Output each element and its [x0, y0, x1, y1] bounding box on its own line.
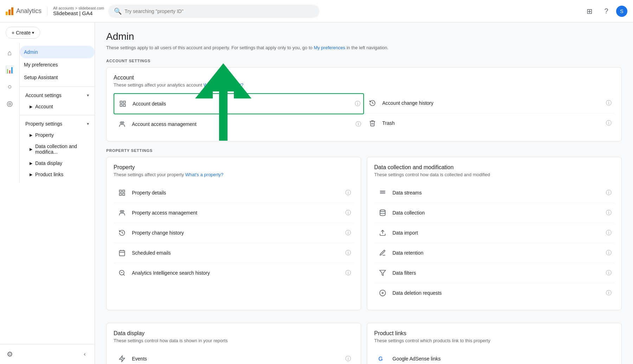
account-card-left: Account details ⓘ Account access managem… [114, 93, 364, 134]
trash-item[interactable]: Trash ⓘ [364, 113, 614, 133]
account-info: All accounts > slidebeast.com Slidebeast… [53, 6, 104, 16]
ai-search-history-label: Analytics Intelligence search history [132, 270, 341, 276]
sidebar-account-settings-section[interactable]: Account settings ▾ [20, 90, 95, 101]
events-help-icon[interactable]: ⓘ [345, 355, 351, 363]
data-collection-item[interactable]: Data collection ⓘ [374, 203, 614, 223]
apps-icon-btn[interactable]: ⊞ [582, 4, 596, 18]
sidebar-item-product-links[interactable]: ▶ Product links [20, 169, 92, 180]
data-collection-chevron: ▶ [30, 147, 32, 152]
account-settings-label: Account settings [25, 92, 62, 98]
ai-search-history-item[interactable]: Analytics Intelligence search history ⓘ [114, 263, 354, 283]
data-streams-icon [377, 187, 388, 198]
sidebar-item-property[interactable]: ▶ Property [20, 129, 92, 141]
what-is-property-link[interactable]: What's a property? [185, 172, 224, 177]
sidebar-item-setup-assistant[interactable]: Setup Assistant [20, 71, 95, 84]
data-streams-item[interactable]: Data streams ⓘ [374, 183, 614, 203]
property-change-history-icon [116, 227, 128, 238]
data-deletion-icon [377, 287, 388, 299]
data-import-help-icon[interactable]: ⓘ [606, 229, 612, 237]
property-chevron: ▶ [30, 133, 32, 138]
adsense-links-item[interactable]: G Google AdSense links [374, 349, 614, 364]
svg-rect-7 [123, 190, 125, 192]
data-display-sub-label: Data display [35, 160, 62, 166]
account-access-help-icon[interactable]: ⓘ [356, 121, 361, 128]
trash-help-icon[interactable]: ⓘ [606, 120, 612, 127]
account-details-help-icon[interactable]: ⓘ [355, 100, 360, 108]
property-sub-label: Property [35, 132, 54, 138]
avatar[interactable]: S [616, 6, 627, 17]
account-access-label: Account access management [132, 121, 351, 127]
data-deletion-help-icon[interactable]: ⓘ [606, 289, 612, 297]
data-filters-icon [377, 267, 388, 279]
nav-home-icon-btn[interactable]: ⌂ [3, 46, 17, 60]
account-change-history-help-icon[interactable]: ⓘ [606, 100, 612, 107]
account-settings-chevron: ▾ [87, 93, 89, 98]
property-change-history-label: Property change history [132, 230, 341, 236]
account-card-grid: Account details ⓘ Account access managem… [114, 93, 614, 134]
account-change-history-item[interactable]: Account change history ⓘ [364, 93, 614, 113]
svg-rect-0 [120, 101, 122, 103]
account-details-item[interactable]: Account details ⓘ [114, 93, 364, 114]
events-item[interactable]: Events ⓘ [114, 349, 354, 364]
nav-advertising-icon-btn[interactable]: ◎ [3, 96, 17, 110]
search-bar[interactable]: 🔍 [108, 5, 319, 18]
data-retention-item[interactable]: Data retention ⓘ [374, 243, 614, 263]
data-collection-help-icon[interactable]: ⓘ [606, 209, 612, 217]
scheduled-emails-item[interactable]: Scheduled emails ⓘ [114, 243, 354, 263]
what-is-account-link[interactable]: What's an account? [204, 82, 244, 88]
account-access-item[interactable]: Account access management ⓘ [114, 114, 364, 134]
property-details-item[interactable]: Property details ⓘ [114, 183, 354, 203]
nav-reports-icon-btn[interactable]: 📊 [3, 63, 17, 77]
nav-explore-icon-btn[interactable]: ○ [3, 79, 17, 94]
account-breadcrumb: All accounts > slidebeast.com [53, 6, 104, 10]
property-change-history-help-icon[interactable]: ⓘ [345, 229, 351, 237]
property-settings-chevron: ▾ [87, 121, 89, 126]
svg-point-11 [122, 210, 124, 212]
help-icon-btn[interactable]: ? [599, 4, 613, 18]
data-filters-item[interactable]: Data filters ⓘ [374, 263, 614, 283]
left-nav-icons: ⌂ 📊 ○ ◎ [0, 43, 20, 183]
create-button[interactable]: + Create ▾ [6, 27, 40, 39]
page-description: These settings apply to all users of thi… [106, 45, 622, 50]
data-filters-help-icon[interactable]: ⓘ [606, 269, 612, 277]
ai-search-history-help-icon[interactable]: ⓘ [345, 269, 351, 277]
property-access-item[interactable]: Property access management ⓘ [114, 203, 354, 223]
sidebar-top: + Create ▾ [0, 23, 95, 43]
search-input[interactable] [124, 8, 314, 14]
property-card-items: Property details ⓘ Property access manag… [114, 183, 354, 283]
sidebar-item-data-display[interactable]: ▶ Data display [20, 158, 92, 169]
sidebar-item-my-preferences[interactable]: My preferences [20, 58, 95, 71]
page-title: Admin [106, 31, 622, 42]
data-collection-card-title: Data collection and modification [374, 164, 614, 171]
data-streams-help-icon[interactable]: ⓘ [606, 189, 612, 197]
sidebar-item-admin[interactable]: Admin [20, 46, 95, 58]
data-deletion-item[interactable]: Data deletion requests ⓘ [374, 283, 614, 303]
account-details-icon [117, 98, 128, 109]
help-icon: ? [604, 7, 608, 15]
settings-button[interactable]: ⚙ [3, 347, 17, 361]
property-details-label: Property details [132, 190, 341, 196]
scheduled-emails-help-icon[interactable]: ⓘ [345, 249, 351, 257]
property-access-help-icon[interactable]: ⓘ [345, 209, 351, 217]
sidebar-item-data-collection[interactable]: ▶ Data collection and modifica... [20, 141, 92, 158]
data-collection-card-desc: These settings control how data is colle… [374, 172, 614, 177]
data-import-icon [377, 227, 388, 238]
collapse-sidebar-button[interactable]: ‹ [78, 347, 92, 361]
my-preferences-link[interactable]: My preferences [314, 45, 345, 50]
property-details-help-icon[interactable]: ⓘ [345, 189, 351, 197]
data-import-label: Data import [392, 230, 602, 236]
account-access-icon [116, 119, 128, 130]
data-import-item[interactable]: Data import ⓘ [374, 223, 614, 243]
property-change-history-item[interactable]: Property change history ⓘ [114, 223, 354, 243]
data-retention-help-icon[interactable]: ⓘ [606, 249, 612, 257]
sidebar-bottom: ⚙ ‹ [0, 344, 95, 364]
data-retention-label: Data retention [392, 250, 602, 256]
account-chevron: ▶ [30, 104, 32, 109]
property-card-desc: These settings affect your property What… [114, 172, 354, 177]
sidebar-item-account[interactable]: ▶ Account [20, 101, 92, 112]
layout: + Create ▾ ⌂ 📊 ○ ◎ Admin My preferences [0, 23, 633, 364]
sidebar-property-settings-section[interactable]: Property settings ▾ [20, 118, 95, 129]
data-deletion-label: Data deletion requests [392, 290, 602, 296]
logo-divider [47, 7, 47, 15]
logo-icon [6, 7, 13, 15]
